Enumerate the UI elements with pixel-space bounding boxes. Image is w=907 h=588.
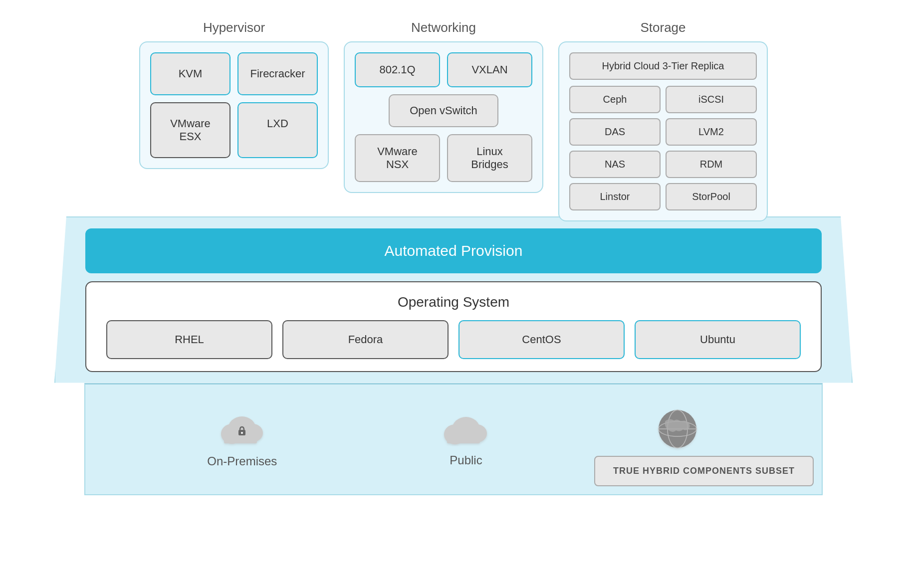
networking-label: Networking [411,20,476,35]
os-title: Operating System [106,294,801,310]
st-rdm: RDM [666,151,757,178]
st-linstor: Linstor [569,183,661,210]
storage-category: Storage Hybrid Cloud 3-Tier Replica Ceph… [558,20,768,221]
deploy-section: On-Premises Pub [84,383,823,495]
hypervisor-label: Hypervisor [203,20,265,35]
st-das: DAS [569,118,661,146]
os-section: Operating System RHEL Fedora CentOS Ubun… [85,281,822,372]
top-categories: Hypervisor KVM Firecracker VMware ESX LX… [29,20,878,221]
platform-top-trap: Automated Provision Operating System RHE… [54,216,853,383]
diagram-wrapper: Hypervisor KVM Firecracker VMware ESX LX… [29,20,878,569]
net-bottom-row: VMware NSX Linux Bridges [355,134,532,182]
st-lvm2: LVM2 [666,118,757,146]
net-open-vswitch: Open vSwitch [389,94,498,127]
st-storpool: StorPool [666,183,757,210]
networking-box: 802.1Q VXLAN Open vSwitch VMware NSX Lin… [344,41,543,193]
hypervisor-category: Hypervisor KVM Firecracker VMware ESX LX… [139,20,329,221]
svg-rect-9 [447,433,480,443]
net-top-row: 802.1Q VXLAN [355,52,532,87]
hv-lxd: LXD [237,102,318,158]
deploy-public: Public [441,411,491,467]
net-vxlan: VXLAN [447,52,532,87]
full-platform: Automated Provision Operating System RHE… [29,216,878,495]
net-8021q: 802.1Q [355,52,440,87]
svg-point-5 [241,432,243,434]
os-fedora: Fedora [282,320,449,359]
deploy-on-premises: On-Premises [207,410,277,468]
st-ceph: Ceph [569,86,661,113]
storage-label: Storage [640,20,685,35]
hypervisor-box: KVM Firecracker VMware ESX LXD [139,41,329,169]
true-hybrid-badge: TRUE HYBRID COMPONENTS SUBSET [594,456,814,486]
net-vmware-nsx: VMware NSX [355,134,440,182]
net-middle-row: Open vSwitch [355,94,532,127]
os-centos: CentOS [458,320,625,359]
on-premises-label: On-Premises [207,454,277,468]
cloud-lock-icon [217,410,267,447]
cloud-icon [441,411,491,446]
hv-firecracker: Firecracker [237,52,318,95]
storage-header: Hybrid Cloud 3-Tier Replica [569,52,757,80]
net-linux-bridges: Linux Bridges [447,134,532,182]
auto-provision-bar: Automated Provision [85,228,822,273]
st-nas: NAS [569,151,661,178]
globe-icon [655,406,700,451]
st-iscsi: iSCSI [666,86,757,113]
os-grid: RHEL Fedora CentOS Ubuntu [106,320,801,359]
storage-grid: Ceph iSCSI DAS LVM2 NAS RDM Linstor Stor… [569,86,757,210]
public-label: Public [450,453,482,467]
hv-kvm: KVM [150,52,230,95]
os-rhel: RHEL [106,320,272,359]
networking-category: Networking 802.1Q VXLAN Open vSwitch VMw… [344,20,543,221]
hypervisor-grid: KVM Firecracker VMware ESX LXD [150,52,318,158]
storage-box: Hybrid Cloud 3-Tier Replica Ceph iSCSI D… [558,41,768,221]
os-ubuntu: Ubuntu [635,320,801,359]
hv-vmware-esx: VMware ESX [150,102,230,158]
platform-bottom-padding [85,372,822,383]
